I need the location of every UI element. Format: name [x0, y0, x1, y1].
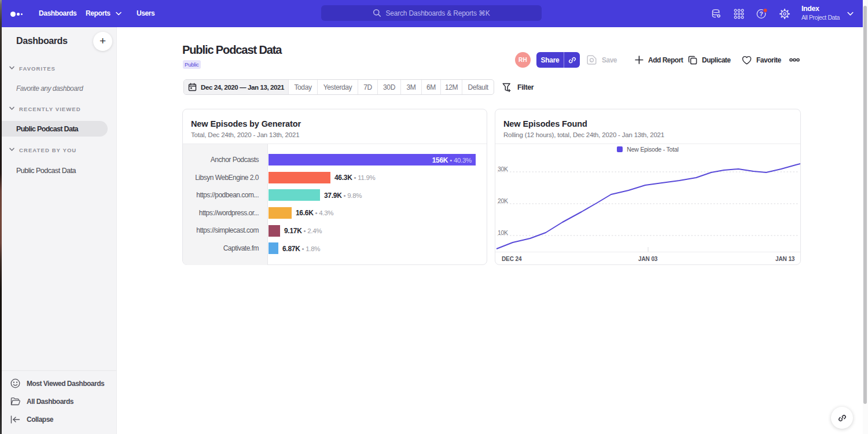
svg-text:?: ? [759, 10, 763, 17]
